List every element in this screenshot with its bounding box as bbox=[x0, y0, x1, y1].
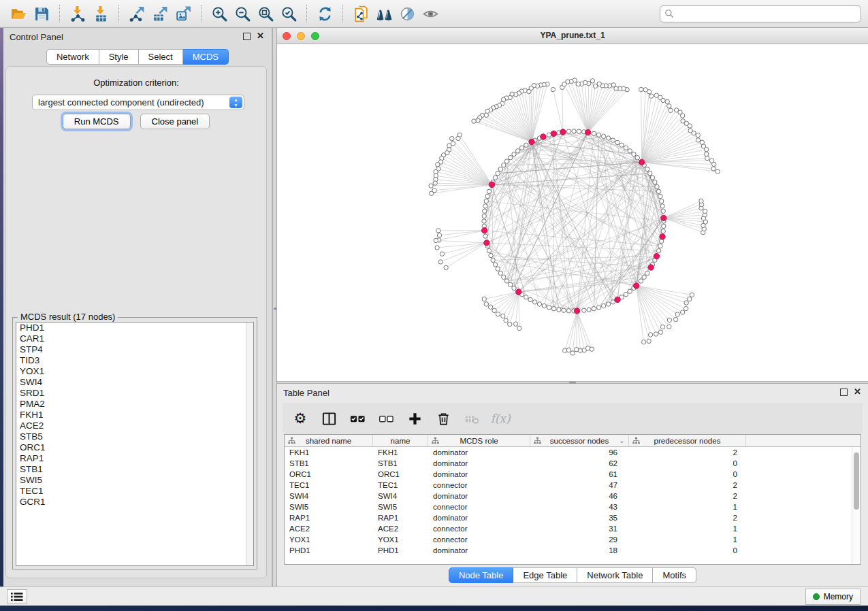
network-leaf-node[interactable] bbox=[438, 260, 443, 264]
delete-table-button[interactable] bbox=[462, 408, 481, 429]
tab-network[interactable]: Network bbox=[46, 49, 99, 65]
network-leaf-node[interactable] bbox=[437, 233, 441, 237]
network-node[interactable] bbox=[661, 209, 665, 213]
network-node[interactable] bbox=[592, 307, 596, 311]
network-node[interactable] bbox=[502, 163, 506, 167]
network-leaf-node[interactable] bbox=[688, 297, 692, 301]
network-node[interactable] bbox=[496, 267, 500, 271]
mcds-result-item[interactable]: SWI4 bbox=[16, 377, 253, 388]
export-network-button[interactable] bbox=[125, 3, 148, 24]
table-close-icon[interactable]: ✕ bbox=[854, 386, 861, 397]
search-input[interactable] bbox=[677, 7, 856, 20]
network-leaf-node[interactable] bbox=[684, 306, 688, 310]
network-node[interactable] bbox=[596, 306, 600, 310]
network-leaf-node[interactable] bbox=[593, 84, 597, 88]
run-mcds-button[interactable]: Run MCDS bbox=[63, 114, 131, 129]
network-leaf-node[interactable] bbox=[433, 181, 437, 185]
tab-select[interactable]: Select bbox=[139, 49, 183, 65]
network-node[interactable] bbox=[653, 180, 657, 184]
network-leaf-node[interactable] bbox=[576, 82, 580, 86]
window-minimize-icon[interactable] bbox=[297, 32, 305, 40]
network-node[interactable] bbox=[493, 176, 497, 180]
table-row[interactable]: SWI5SWI5connector431 bbox=[285, 501, 861, 512]
network-leaf-node[interactable] bbox=[665, 99, 669, 103]
zoom-out-button[interactable] bbox=[231, 3, 254, 24]
network-node[interactable] bbox=[498, 271, 502, 275]
vertical-splitter[interactable]: ◂ bbox=[272, 28, 277, 587]
network-node[interactable] bbox=[491, 258, 495, 262]
network-node[interactable] bbox=[487, 248, 491, 252]
mcds-result-item[interactable]: PHD1 bbox=[16, 323, 253, 333]
column-header-predecessor-nodes[interactable]: predecessor nodes bbox=[629, 435, 746, 446]
network-node[interactable] bbox=[484, 199, 488, 203]
network-node[interactable] bbox=[624, 146, 628, 150]
network-leaf-node[interactable] bbox=[667, 318, 671, 322]
mcds-network-node[interactable] bbox=[529, 139, 534, 144]
network-leaf-node[interactable] bbox=[429, 184, 433, 188]
table-row[interactable]: TEC1TEC1connector472 bbox=[285, 480, 861, 491]
network-node[interactable] bbox=[502, 275, 506, 279]
mcds-network-node[interactable] bbox=[551, 131, 556, 136]
network-node[interactable] bbox=[650, 176, 654, 180]
network-leaf-node[interactable] bbox=[513, 322, 517, 326]
network-node[interactable] bbox=[489, 253, 493, 257]
network-leaf-node[interactable] bbox=[450, 136, 454, 140]
network-leaf-node[interactable] bbox=[681, 119, 685, 123]
share-document-button[interactable] bbox=[349, 3, 372, 24]
network-node[interactable] bbox=[483, 234, 487, 238]
network-node[interactable] bbox=[498, 167, 502, 171]
network-node[interactable] bbox=[648, 171, 652, 176]
splitter-collapse-icon[interactable]: ◂ bbox=[273, 306, 276, 312]
network-node[interactable] bbox=[655, 184, 659, 188]
memory-button[interactable]: Memory bbox=[805, 589, 861, 605]
network-leaf-node[interactable] bbox=[501, 97, 505, 101]
mcds-result-item[interactable]: ACE2 bbox=[16, 420, 253, 431]
table-tab-edge-table[interactable]: Edge Table bbox=[513, 567, 577, 583]
refresh-button[interactable] bbox=[313, 3, 336, 24]
network-node[interactable] bbox=[611, 138, 615, 142]
network-node[interactable] bbox=[483, 209, 487, 213]
eye-button[interactable] bbox=[419, 3, 442, 24]
mcds-result-item[interactable]: ORC1 bbox=[16, 442, 253, 453]
table-tab-motifs[interactable]: Motifs bbox=[653, 567, 696, 583]
network-node[interactable] bbox=[487, 189, 491, 193]
vizmapper-button[interactable] bbox=[396, 3, 419, 24]
network-leaf-node[interactable] bbox=[674, 108, 678, 112]
table-row[interactable]: SWI4SWI4dominator462 bbox=[285, 491, 861, 501]
network-node[interactable] bbox=[635, 156, 639, 160]
column-header-MCDS-role[interactable]: MCDS role bbox=[428, 435, 530, 446]
network-leaf-node[interactable] bbox=[484, 302, 488, 306]
window-maximize-icon[interactable] bbox=[311, 32, 319, 40]
network-node[interactable] bbox=[512, 152, 516, 156]
table-row[interactable]: YOX1YOX1connector291 bbox=[285, 534, 861, 545]
mcds-result-item[interactable]: STB1 bbox=[16, 464, 253, 475]
zoom-fit-button[interactable] bbox=[254, 3, 277, 24]
apply-function-button[interactable]: f(x) bbox=[491, 408, 510, 429]
mcds-result-item[interactable]: GCR1 bbox=[16, 497, 253, 508]
network-node[interactable] bbox=[512, 286, 516, 290]
network-node[interactable] bbox=[656, 189, 660, 193]
network-leaf-node[interactable] bbox=[705, 156, 709, 160]
table-row[interactable]: ORC1ORC1dominator610 bbox=[285, 469, 861, 480]
mcds-network-node[interactable] bbox=[660, 234, 665, 240]
network-node[interactable] bbox=[662, 224, 666, 228]
close-panel-icon[interactable]: ✕ bbox=[257, 31, 264, 42]
network-node[interactable] bbox=[632, 152, 636, 156]
network-leaf-node[interactable] bbox=[643, 88, 647, 92]
network-node[interactable] bbox=[592, 131, 596, 135]
float-panel-icon[interactable] bbox=[243, 33, 251, 40]
mcds-network-node[interactable] bbox=[489, 182, 494, 187]
network-node[interactable] bbox=[620, 143, 624, 147]
network-node[interactable] bbox=[562, 308, 566, 312]
network-node[interactable] bbox=[482, 219, 486, 223]
network-leaf-node[interactable] bbox=[705, 152, 709, 156]
mcds-network-node[interactable] bbox=[484, 240, 489, 246]
mcds-result-item[interactable]: YOX1 bbox=[16, 366, 253, 377]
network-node[interactable] bbox=[482, 214, 486, 218]
network-leaf-node[interactable] bbox=[435, 246, 439, 250]
mcds-result-list[interactable]: PHD1CAR1STP4TID3YOX1SWI4SRD1PMA2FKH1ACE2… bbox=[16, 322, 254, 566]
network-leaf-node[interactable] bbox=[641, 340, 645, 344]
tab-mcds[interactable]: MCDS bbox=[183, 49, 229, 65]
mcds-network-node[interactable] bbox=[574, 308, 579, 314]
network-node[interactable] bbox=[661, 229, 665, 233]
